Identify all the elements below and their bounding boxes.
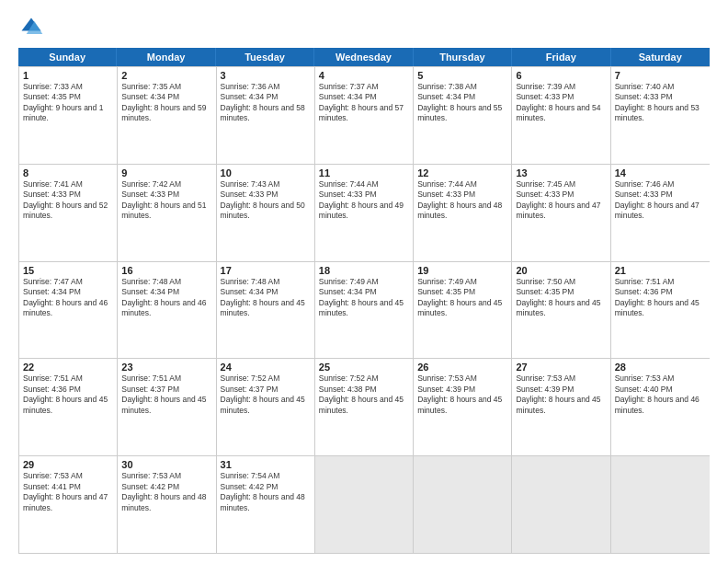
day-number: 10 bbox=[221, 167, 311, 178]
calendar-cell: 8 Sunrise: 7:41 AM Sunset: 4:33 PM Dayli… bbox=[19, 165, 118, 261]
day-number: 7 bbox=[615, 70, 706, 81]
cell-info: Sunrise: 7:51 AM Sunset: 4:36 PM Dayligh… bbox=[615, 277, 706, 319]
calendar-week-1: 1 Sunrise: 7:33 AM Sunset: 4:35 PM Dayli… bbox=[19, 66, 710, 164]
header-day-tuesday: Tuesday bbox=[216, 48, 314, 66]
day-number: 22 bbox=[23, 362, 113, 373]
cell-info: Sunrise: 7:44 AM Sunset: 4:33 PM Dayligh… bbox=[417, 179, 507, 222]
cell-info: Sunrise: 7:54 AM Sunset: 4:42 PM Dayligh… bbox=[221, 471, 311, 513]
cell-info: Sunrise: 7:35 AM Sunset: 4:34 PM Dayligh… bbox=[121, 82, 211, 124]
page: SundayMondayTuesdayWednesdayThursdayFrid… bbox=[0, 0, 728, 563]
calendar-cell: 28 Sunrise: 7:53 AM Sunset: 4:40 PM Dayl… bbox=[611, 359, 710, 455]
day-number: 23 bbox=[121, 362, 211, 373]
calendar-cell: 9 Sunrise: 7:42 AM Sunset: 4:33 PM Dayli… bbox=[118, 165, 216, 261]
day-number: 13 bbox=[516, 167, 606, 178]
logo bbox=[18, 15, 48, 40]
calendar-cell: 12 Sunrise: 7:44 AM Sunset: 4:33 PM Dayl… bbox=[414, 165, 512, 261]
calendar-cell bbox=[611, 456, 710, 553]
day-number: 30 bbox=[121, 459, 211, 470]
calendar-cell: 13 Sunrise: 7:45 AM Sunset: 4:33 PM Dayl… bbox=[512, 165, 610, 261]
day-number: 9 bbox=[121, 167, 211, 178]
calendar-header: SundayMondayTuesdayWednesdayThursdayFrid… bbox=[18, 48, 710, 66]
day-number: 26 bbox=[417, 362, 507, 373]
calendar-cell: 30 Sunrise: 7:53 AM Sunset: 4:42 PM Dayl… bbox=[118, 456, 216, 553]
day-number: 8 bbox=[23, 167, 113, 178]
day-number: 4 bbox=[319, 70, 409, 81]
calendar-week-3: 15 Sunrise: 7:47 AM Sunset: 4:34 PM Dayl… bbox=[19, 261, 710, 359]
calendar-cell: 15 Sunrise: 7:47 AM Sunset: 4:34 PM Dayl… bbox=[19, 262, 118, 359]
day-number: 15 bbox=[23, 265, 113, 276]
cell-info: Sunrise: 7:36 AM Sunset: 4:34 PM Dayligh… bbox=[221, 82, 311, 124]
calendar-week-2: 8 Sunrise: 7:41 AM Sunset: 4:33 PM Dayli… bbox=[19, 164, 710, 261]
cell-info: Sunrise: 7:33 AM Sunset: 4:35 PM Dayligh… bbox=[23, 82, 113, 124]
calendar-cell: 23 Sunrise: 7:51 AM Sunset: 4:37 PM Dayl… bbox=[118, 359, 216, 455]
cell-info: Sunrise: 7:45 AM Sunset: 4:33 PM Dayligh… bbox=[516, 179, 606, 222]
day-number: 24 bbox=[221, 362, 311, 373]
cell-info: Sunrise: 7:51 AM Sunset: 4:36 PM Dayligh… bbox=[23, 373, 113, 416]
cell-info: Sunrise: 7:44 AM Sunset: 4:33 PM Dayligh… bbox=[319, 179, 409, 222]
calendar-cell: 25 Sunrise: 7:52 AM Sunset: 4:38 PM Dayl… bbox=[315, 359, 414, 455]
day-number: 29 bbox=[23, 459, 113, 470]
cell-info: Sunrise: 7:49 AM Sunset: 4:34 PM Dayligh… bbox=[319, 277, 409, 319]
cell-info: Sunrise: 7:53 AM Sunset: 4:39 PM Dayligh… bbox=[417, 373, 507, 416]
cell-info: Sunrise: 7:41 AM Sunset: 4:33 PM Dayligh… bbox=[23, 179, 113, 222]
header-day-sunday: Sunday bbox=[18, 48, 117, 66]
day-number: 5 bbox=[417, 70, 507, 81]
cell-info: Sunrise: 7:43 AM Sunset: 4:33 PM Dayligh… bbox=[221, 179, 311, 222]
day-number: 2 bbox=[121, 70, 211, 81]
day-number: 31 bbox=[221, 459, 311, 470]
day-number: 14 bbox=[615, 167, 706, 178]
calendar-cell: 29 Sunrise: 7:53 AM Sunset: 4:41 PM Dayl… bbox=[19, 456, 118, 553]
calendar-cell: 20 Sunrise: 7:50 AM Sunset: 4:35 PM Dayl… bbox=[512, 262, 610, 359]
calendar-cell bbox=[315, 456, 414, 553]
calendar: SundayMondayTuesdayWednesdayThursdayFrid… bbox=[18, 48, 710, 554]
calendar-cell bbox=[512, 456, 610, 553]
calendar-cell: 3 Sunrise: 7:36 AM Sunset: 4:34 PM Dayli… bbox=[217, 67, 315, 164]
header-day-thursday: Thursday bbox=[414, 48, 512, 66]
cell-info: Sunrise: 7:46 AM Sunset: 4:33 PM Dayligh… bbox=[615, 179, 706, 222]
cell-info: Sunrise: 7:53 AM Sunset: 4:42 PM Dayligh… bbox=[121, 471, 211, 513]
day-number: 20 bbox=[516, 265, 606, 276]
day-number: 17 bbox=[221, 265, 311, 276]
calendar-cell: 27 Sunrise: 7:53 AM Sunset: 4:39 PM Dayl… bbox=[512, 359, 610, 455]
day-number: 28 bbox=[615, 362, 706, 373]
header-day-monday: Monday bbox=[117, 48, 215, 66]
calendar-body: 1 Sunrise: 7:33 AM Sunset: 4:35 PM Dayli… bbox=[18, 66, 710, 554]
cell-info: Sunrise: 7:37 AM Sunset: 4:34 PM Dayligh… bbox=[319, 82, 409, 124]
cell-info: Sunrise: 7:52 AM Sunset: 4:37 PM Dayligh… bbox=[221, 373, 311, 416]
cell-info: Sunrise: 7:39 AM Sunset: 4:33 PM Dayligh… bbox=[516, 82, 606, 124]
calendar-cell: 19 Sunrise: 7:49 AM Sunset: 4:35 PM Dayl… bbox=[414, 262, 512, 359]
day-number: 1 bbox=[23, 70, 113, 81]
header-day-saturday: Saturday bbox=[611, 48, 710, 66]
calendar-cell: 7 Sunrise: 7:40 AM Sunset: 4:33 PM Dayli… bbox=[611, 67, 710, 164]
cell-info: Sunrise: 7:52 AM Sunset: 4:38 PM Dayligh… bbox=[319, 373, 409, 416]
header-row bbox=[18, 15, 710, 40]
day-number: 12 bbox=[417, 167, 507, 178]
cell-info: Sunrise: 7:53 AM Sunset: 4:40 PM Dayligh… bbox=[615, 373, 706, 416]
logo-icon bbox=[18, 15, 44, 40]
calendar-cell: 21 Sunrise: 7:51 AM Sunset: 4:36 PM Dayl… bbox=[611, 262, 710, 359]
day-number: 16 bbox=[121, 265, 211, 276]
calendar-cell: 5 Sunrise: 7:38 AM Sunset: 4:34 PM Dayli… bbox=[414, 67, 512, 164]
day-number: 18 bbox=[319, 265, 409, 276]
calendar-cell: 14 Sunrise: 7:46 AM Sunset: 4:33 PM Dayl… bbox=[611, 165, 710, 261]
calendar-cell: 31 Sunrise: 7:54 AM Sunset: 4:42 PM Dayl… bbox=[217, 456, 315, 553]
calendar-cell: 24 Sunrise: 7:52 AM Sunset: 4:37 PM Dayl… bbox=[217, 359, 315, 455]
calendar-cell: 4 Sunrise: 7:37 AM Sunset: 4:34 PM Dayli… bbox=[315, 67, 414, 164]
calendar-cell: 22 Sunrise: 7:51 AM Sunset: 4:36 PM Dayl… bbox=[19, 359, 118, 455]
day-number: 21 bbox=[615, 265, 706, 276]
calendar-cell: 1 Sunrise: 7:33 AM Sunset: 4:35 PM Dayli… bbox=[19, 67, 118, 164]
cell-info: Sunrise: 7:53 AM Sunset: 4:39 PM Dayligh… bbox=[516, 373, 606, 416]
day-number: 27 bbox=[516, 362, 606, 373]
cell-info: Sunrise: 7:48 AM Sunset: 4:34 PM Dayligh… bbox=[121, 277, 211, 319]
day-number: 11 bbox=[319, 167, 409, 178]
header-day-wednesday: Wednesday bbox=[314, 48, 413, 66]
calendar-cell bbox=[414, 456, 512, 553]
cell-info: Sunrise: 7:42 AM Sunset: 4:33 PM Dayligh… bbox=[121, 179, 211, 222]
calendar-cell: 2 Sunrise: 7:35 AM Sunset: 4:34 PM Dayli… bbox=[118, 67, 216, 164]
calendar-cell: 6 Sunrise: 7:39 AM Sunset: 4:33 PM Dayli… bbox=[512, 67, 610, 164]
calendar-week-4: 22 Sunrise: 7:51 AM Sunset: 4:36 PM Dayl… bbox=[19, 358, 710, 455]
cell-info: Sunrise: 7:50 AM Sunset: 4:35 PM Dayligh… bbox=[516, 277, 606, 319]
cell-info: Sunrise: 7:38 AM Sunset: 4:34 PM Dayligh… bbox=[417, 82, 507, 124]
calendar-cell: 10 Sunrise: 7:43 AM Sunset: 4:33 PM Dayl… bbox=[217, 165, 315, 261]
day-number: 19 bbox=[417, 265, 507, 276]
